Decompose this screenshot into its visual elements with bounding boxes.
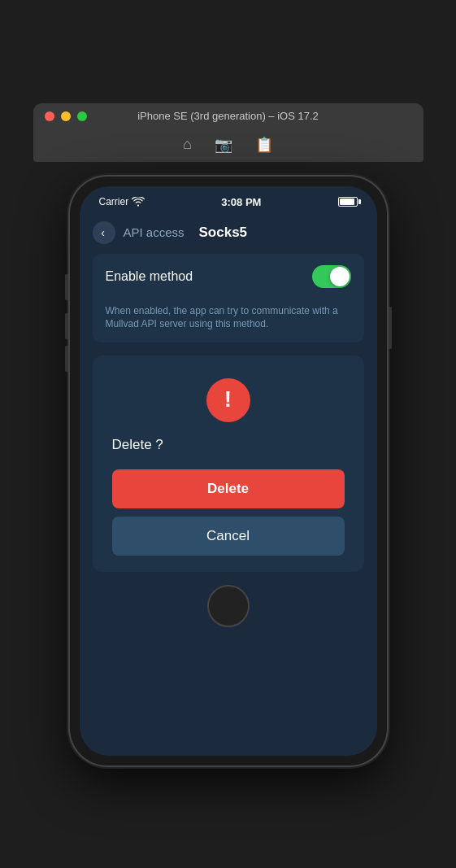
back-button[interactable]: ‹ xyxy=(93,221,115,244)
phone-shell: Carrier 3:08 PM ‹ API access xyxy=(70,177,387,765)
back-chevron-icon: ‹ xyxy=(101,226,105,239)
battery-indicator xyxy=(338,197,358,207)
status-time: 3:08 PM xyxy=(221,196,261,208)
dialog-question: Delete ? xyxy=(112,437,163,453)
screenshot-icon[interactable]: 📷 xyxy=(215,136,232,154)
content-area: Enable method When enabled, the app can … xyxy=(80,254,377,573)
nav-current-title: Socks5 xyxy=(199,225,248,241)
carrier-info: Carrier xyxy=(99,196,145,207)
carrier-label: Carrier xyxy=(99,196,129,207)
home-button[interactable] xyxy=(207,585,250,627)
clipboard-icon[interactable]: 📋 xyxy=(255,136,273,154)
warning-icon-wrap: ! xyxy=(112,378,345,422)
mac-toolbar: ⌂ 📷 📋 xyxy=(33,129,423,162)
home-icon[interactable]: ⌂ xyxy=(183,136,192,153)
minimize-button[interactable] xyxy=(61,111,71,121)
toggle-knob xyxy=(330,267,350,286)
close-button[interactable] xyxy=(45,111,54,121)
cancel-button[interactable]: Cancel xyxy=(112,517,345,556)
nav-bar: ‹ API access Socks5 xyxy=(80,215,377,254)
delete-button[interactable]: Delete xyxy=(112,469,345,508)
home-button-wrap xyxy=(80,572,377,635)
nav-previous-title[interactable]: API access xyxy=(124,225,185,239)
fullscreen-button[interactable] xyxy=(77,111,87,121)
mac-titlebar: iPhone SE (3rd generation) – iOS 17.2 xyxy=(33,103,423,129)
window-title: iPhone SE (3rd generation) – iOS 17.2 xyxy=(137,110,319,122)
phone-screen: Carrier 3:08 PM ‹ API access xyxy=(80,186,377,756)
delete-dialog: ! Delete ? Delete Cancel xyxy=(93,355,364,572)
battery-icon xyxy=(338,197,358,207)
status-bar: Carrier 3:08 PM xyxy=(80,186,377,215)
enable-method-toggle[interactable] xyxy=(312,265,351,288)
warning-icon: ! xyxy=(206,378,250,422)
battery-fill xyxy=(340,198,354,205)
enable-method-row: Enable method xyxy=(93,254,364,299)
enable-description: When enabled, the app can try to communi… xyxy=(93,299,364,343)
enable-method-label: Enable method xyxy=(106,269,193,284)
exclamation-icon: ! xyxy=(224,388,232,411)
wifi-icon xyxy=(132,197,145,207)
